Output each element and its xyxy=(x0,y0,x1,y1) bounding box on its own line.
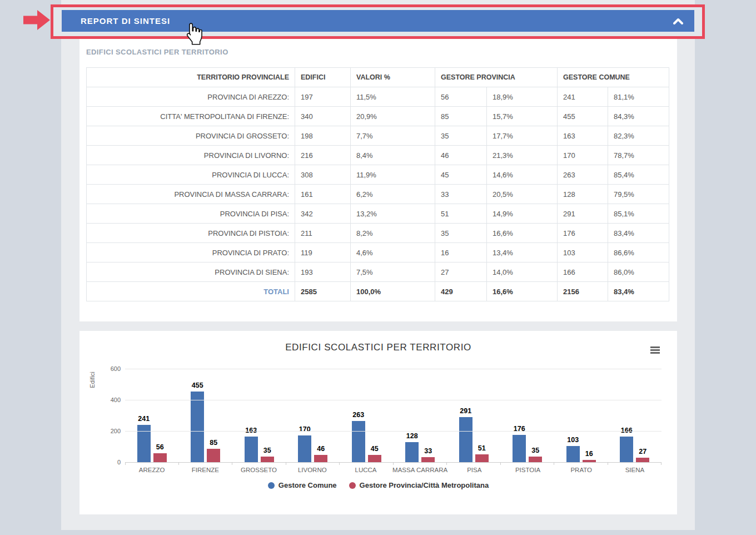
table-cell: 193 xyxy=(295,262,351,282)
x-axis-category-label: MASSA CARRARA xyxy=(392,467,447,473)
territory-link[interactable]: PROVINCIA DI GROSSETO: xyxy=(87,126,295,146)
col-header-territorio: TERRITORIO PROVINCIALE xyxy=(87,68,295,87)
table-cell: 85,4% xyxy=(608,165,669,185)
bar[interactable] xyxy=(261,457,274,462)
table-cell: 14,0% xyxy=(487,262,558,282)
table-cell: 78,7% xyxy=(608,146,669,165)
table-row: PROVINCIA DI PRATO:1194,6%1613,4%10386,6… xyxy=(87,243,669,262)
territory-link[interactable]: PROVINCIA DI PISA: xyxy=(87,204,295,224)
bar[interactable] xyxy=(207,449,220,462)
territory-link[interactable]: PROVINCIA DI LIVORNO: xyxy=(87,146,295,165)
x-axis-category-label: AREZZO xyxy=(125,467,178,473)
bar-group: 16627 xyxy=(608,369,662,462)
chart-title: EDIFICI SCOLASTICI PER TERRITORIO xyxy=(79,342,677,353)
bar[interactable] xyxy=(636,458,649,462)
territory-link[interactable]: PROVINCIA DI PISTOIA: xyxy=(87,224,295,243)
table-cell: 8,4% xyxy=(351,146,435,165)
table-cell: 241 xyxy=(558,87,608,107)
bar[interactable] xyxy=(405,442,419,462)
territory-link[interactable]: PROVINCIA DI AREZZO: xyxy=(87,87,295,107)
table-cell: 128 xyxy=(558,185,608,204)
bar[interactable] xyxy=(352,421,365,462)
bar-wrap: 241 xyxy=(137,415,151,462)
bar[interactable] xyxy=(314,455,327,462)
col-header-valori: VALORI % xyxy=(351,68,435,87)
bar[interactable] xyxy=(475,454,489,462)
bar[interactable] xyxy=(368,455,381,462)
territory-link[interactable]: PROVINCIA DI SIENA: xyxy=(87,262,295,282)
table-cell: 4,6% xyxy=(351,243,435,262)
table-cell: 7,5% xyxy=(351,262,435,282)
table-cell: 13,4% xyxy=(487,243,558,262)
table-cell: 263 xyxy=(558,165,608,185)
chart-plot-area: 2415645585163351704626345128332915117635… xyxy=(125,369,662,462)
bar[interactable] xyxy=(298,435,311,462)
x-axis-category-label: PRATO xyxy=(555,467,608,473)
x-axis-labels: AREZZOFIRENZEGROSSETOLIVORNOLUCCAMASSA C… xyxy=(125,467,662,473)
table-cell: 103 xyxy=(558,243,608,262)
bar-groups: 2415645585163351704626345128332915117635… xyxy=(125,369,662,462)
table-cell: 45 xyxy=(435,165,487,185)
bar-wrap: 128 xyxy=(405,432,419,462)
gridline xyxy=(125,369,662,369)
bar-wrap: 35 xyxy=(261,447,274,462)
table-cell: 14,6% xyxy=(487,165,558,185)
bar[interactable] xyxy=(566,446,580,462)
table-cell: 161 xyxy=(295,185,351,204)
territory-link[interactable]: PROVINCIA DI LUCCA: xyxy=(87,165,295,185)
bar[interactable] xyxy=(620,437,633,462)
bar[interactable] xyxy=(421,457,435,462)
table-cell: 197 xyxy=(295,87,351,107)
bar-value-label: 166 xyxy=(621,427,633,434)
bar-group: 24156 xyxy=(125,369,179,462)
table-row: PROVINCIA DI MASSA CARRARA:1616,2%3320,5… xyxy=(87,185,669,204)
table-cell: 51 xyxy=(435,204,487,224)
bar-value-label: 35 xyxy=(531,447,539,454)
table-cell: 82,3% xyxy=(608,126,669,146)
table-cell: 86,6% xyxy=(608,243,669,262)
bar-value-label: 27 xyxy=(639,448,646,455)
table-cell: 18,9% xyxy=(487,87,558,107)
legend-item[interactable]: Gestore Provincia/Città Metropolitana xyxy=(349,481,489,489)
bar-value-label: 51 xyxy=(478,444,486,452)
table-cell: 170 xyxy=(558,146,608,165)
bar-wrap: 166 xyxy=(620,427,633,462)
bar-wrap: 455 xyxy=(191,382,204,462)
table-cell: 83,4% xyxy=(608,224,669,243)
table-cell: 166 xyxy=(558,262,608,282)
table-cell: 342 xyxy=(295,204,351,224)
table-cell: 35 xyxy=(435,126,487,146)
bar[interactable] xyxy=(137,425,151,462)
x-axis-category-label: LIVORNO xyxy=(286,467,339,473)
bar-wrap: 35 xyxy=(529,447,542,462)
report-header-toggle[interactable]: REPORT DI SINTESI xyxy=(62,10,694,32)
territory-link[interactable]: CITTA' METROPOLITANA DI FIRENZE: xyxy=(87,107,295,126)
chart-export-menu-button[interactable] xyxy=(650,346,660,355)
bar-value-label: 16 xyxy=(585,450,593,458)
y-tick-label: 400 xyxy=(96,397,121,403)
bar[interactable] xyxy=(153,453,167,462)
table-cell: 2156 xyxy=(558,282,608,301)
legend-item[interactable]: Gestore Comune xyxy=(268,481,337,489)
territory-link[interactable]: PROVINCIA DI PRATO: xyxy=(87,243,295,262)
table-cell: 211 xyxy=(295,224,351,243)
table-cell: 85 xyxy=(435,107,487,126)
bar[interactable] xyxy=(245,437,258,462)
gridline xyxy=(125,400,662,400)
x-axis-category-label: LUCCA xyxy=(339,467,392,473)
chevron-up-icon[interactable] xyxy=(673,18,683,24)
table-totals-row: TOTALI2585100,0%42916,6%215683,4% xyxy=(87,282,669,301)
bar-group: 10316 xyxy=(554,369,608,462)
table-cell: 119 xyxy=(295,243,351,262)
table-cell: 198 xyxy=(295,126,351,146)
territory-link[interactable]: PROVINCIA DI MASSA CARRARA: xyxy=(87,185,295,204)
bar-value-label: 56 xyxy=(156,443,164,451)
bar[interactable] xyxy=(513,435,526,462)
bar[interactable] xyxy=(529,457,542,462)
bar[interactable] xyxy=(459,417,472,462)
y-tick-label: 200 xyxy=(96,428,121,434)
bar[interactable] xyxy=(191,392,204,462)
annotation-arrow-icon xyxy=(23,10,50,30)
report-header-title: REPORT DI SINTESI xyxy=(81,16,170,26)
table-row: PROVINCIA DI GROSSETO:1987,7%3517,7%1638… xyxy=(87,126,669,146)
